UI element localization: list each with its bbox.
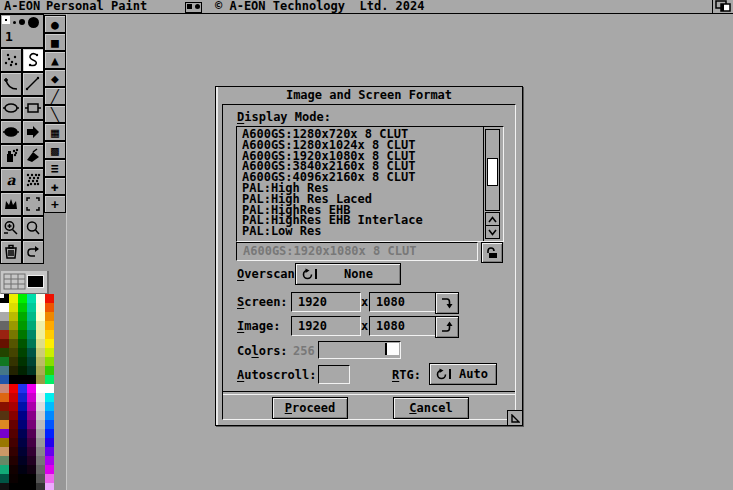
palette-swatch[interactable]	[36, 393, 45, 402]
palette-swatch[interactable]	[0, 366, 9, 375]
tool-airbrush[interactable]	[0, 144, 22, 168]
palette-swatch[interactable]	[0, 456, 9, 465]
plus-brush[interactable]: +	[44, 195, 66, 213]
palette-swatch[interactable]	[45, 357, 54, 366]
palette-swatch[interactable]	[9, 357, 18, 366]
palette-swatch[interactable]	[9, 456, 18, 465]
palette-swatch[interactable]	[18, 375, 27, 384]
dialog-resize-gadget[interactable]	[507, 410, 522, 425]
palette-swatch[interactable]	[9, 411, 18, 420]
palette-swatch[interactable]	[18, 420, 27, 429]
palette-swatch[interactable]	[45, 366, 54, 375]
palette-swatch[interactable]	[0, 375, 9, 384]
palette-swatch[interactable]	[27, 366, 36, 375]
diamond-brush[interactable]: ◆	[44, 69, 66, 87]
palette-swatch[interactable]	[18, 303, 27, 312]
palette-swatch[interactable]	[18, 447, 27, 456]
sparse-grid-brush[interactable]: ▦	[44, 123, 66, 141]
tool-trash[interactable]	[0, 240, 22, 264]
palette-swatch[interactable]	[0, 438, 9, 447]
palette-swatch[interactable]	[45, 294, 54, 303]
palette-swatch[interactable]	[27, 438, 36, 447]
palette-swatch[interactable]	[45, 303, 54, 312]
large-dot-icon[interactable]	[28, 17, 39, 28]
palette-swatch[interactable]	[45, 402, 54, 411]
square-brush[interactable]: ■	[44, 33, 66, 51]
palette-swatch[interactable]	[36, 429, 45, 438]
palette-swatch[interactable]	[27, 339, 36, 348]
image-width-field[interactable]	[291, 316, 361, 336]
palette-grid-icon[interactable]	[3, 273, 27, 291]
tool-text[interactable]: a	[0, 168, 22, 192]
rtg-cycle-gadget[interactable]: Auto	[429, 363, 497, 385]
palette-swatch[interactable]	[9, 483, 18, 490]
palette-swatch[interactable]	[18, 429, 27, 438]
palette-swatch[interactable]	[45, 348, 54, 357]
display-mode-item[interactable]: PAL:Low Res	[242, 226, 480, 237]
palette-swatch[interactable]	[45, 456, 54, 465]
palette-swatch[interactable]	[45, 375, 54, 384]
scrollbar-track[interactable]	[485, 129, 500, 211]
palette-swatch[interactable]	[0, 330, 9, 339]
copy-screen-to-image-button[interactable]	[435, 292, 459, 314]
palette-swatch[interactable]	[27, 474, 36, 483]
palette-swatch[interactable]	[0, 348, 9, 357]
tool-select-brush[interactable]	[22, 192, 44, 216]
palette-swatch[interactable]	[36, 420, 45, 429]
palette-swatch[interactable]	[18, 474, 27, 483]
palette-swatch[interactable]	[36, 483, 45, 490]
palette-swatch[interactable]	[18, 411, 27, 420]
palette-swatch[interactable]	[45, 330, 54, 339]
palette-swatch[interactable]	[45, 393, 54, 402]
palette-swatch[interactable]	[45, 384, 54, 393]
palette-swatch[interactable]	[27, 402, 36, 411]
palette-swatch[interactable]	[18, 312, 27, 321]
palette-swatch[interactable]	[36, 357, 45, 366]
palette-swatch[interactable]	[36, 384, 45, 393]
palette-swatch[interactable]	[36, 402, 45, 411]
palette-swatch[interactable]	[0, 402, 9, 411]
medium-dot-icon[interactable]	[19, 19, 25, 25]
palette-swatch[interactable]	[45, 312, 54, 321]
triangle-brush[interactable]: ▲	[44, 51, 66, 69]
palette-swatch[interactable]	[9, 402, 18, 411]
palette-swatch[interactable]	[9, 384, 18, 393]
palette-swatch[interactable]	[27, 465, 36, 474]
palette-swatch[interactable]	[9, 438, 18, 447]
palette-swatch[interactable]	[36, 465, 45, 474]
scroll-up-button[interactable]	[485, 212, 500, 226]
palette-swatch[interactable]	[9, 303, 18, 312]
palette-swatch[interactable]	[45, 438, 54, 447]
tool-freehand[interactable]	[22, 48, 44, 72]
colors-slider[interactable]	[318, 341, 401, 359]
tool-brush-stamp[interactable]	[0, 192, 22, 216]
palette-swatch[interactable]	[0, 465, 9, 474]
current-color-swatch[interactable]	[27, 275, 44, 288]
tool-rectangle[interactable]	[22, 96, 44, 120]
palette-swatch[interactable]	[9, 465, 18, 474]
tool-dotted-freehand[interactable]	[0, 48, 22, 72]
palette-swatch[interactable]	[36, 447, 45, 456]
palette-swatch[interactable]	[27, 411, 36, 420]
screen-height-field[interactable]	[369, 292, 439, 312]
scrollbar-thumb[interactable]	[487, 158, 498, 186]
palette-swatch[interactable]	[18, 465, 27, 474]
palette-swatch[interactable]	[9, 339, 18, 348]
palette-swatch[interactable]	[27, 357, 36, 366]
palette-swatch[interactable]	[0, 357, 9, 366]
selected-mode-field[interactable]: A600GS:1920x1080x 8 CLUT	[236, 242, 478, 261]
palette-swatch[interactable]	[0, 393, 9, 402]
palette-swatch[interactable]	[27, 420, 36, 429]
palette-swatch[interactable]	[0, 447, 9, 456]
tool-zoom[interactable]	[0, 216, 22, 240]
palette-swatch[interactable]	[18, 438, 27, 447]
palette-swatch[interactable]	[27, 303, 36, 312]
cancel-button[interactable]: Cancel	[393, 397, 469, 419]
palette-swatch[interactable]	[27, 321, 36, 330]
tool-curve[interactable]	[0, 72, 22, 96]
palette-swatch[interactable]	[9, 330, 18, 339]
palette-swatch[interactable]	[27, 483, 36, 490]
palette-swatch[interactable]	[36, 339, 45, 348]
colors-slider-knob[interactable]	[385, 343, 399, 355]
palette-swatch[interactable]	[9, 393, 18, 402]
